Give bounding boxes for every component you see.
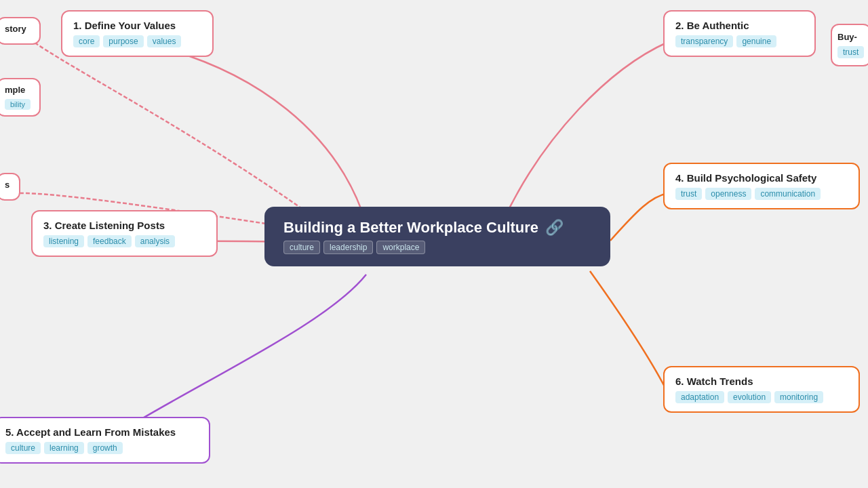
tag-culture2: culture [5,442,41,454]
node1-title: 1. Define Your Values [73,20,201,31]
tag-monitoring: monitoring [774,391,823,403]
tag-learning: learning [44,442,84,454]
node-example-partial: mple bility [0,78,41,117]
tag-trust2: trust [837,46,864,58]
tag-culture: culture [283,241,320,254]
node6-title: 6. Watch Trends [675,375,848,387]
node-psychological-safety[interactable]: 4. Build Psychological Safety trust open… [663,163,860,209]
tag-core: core [73,35,100,47]
node-learn-mistakes[interactable]: 5. Accept and Learn From Mistakes cultur… [0,417,210,464]
node6-tags: adaptation evolution monitoring [675,391,848,403]
tag-listening: listening [43,235,84,247]
buyin-tags: trust [837,46,865,58]
tag-values: values [147,35,182,47]
tag-genuine: genuine [736,35,776,47]
node-listening-posts[interactable]: 3. Create Listening Posts listening feed… [31,210,218,257]
node3-tags: listening feedback analysis [43,235,205,247]
tag-analysis: analysis [135,235,175,247]
center-title-text: Building a Better Workplace Culture [283,219,538,237]
link-icon: 🔗 [545,219,564,237]
node-define-values[interactable]: 1. Define Your Values core purpose value… [61,10,214,57]
node-s-partial: s [0,173,20,201]
node-watch-trends[interactable]: 6. Watch Trends adaptation evolution mon… [663,366,860,413]
tag-trust: trust [675,188,702,200]
center-node-tags: culture leadership workplace [283,241,591,254]
node4-title: 4. Build Psychological Safety [675,172,848,184]
node2-tags: transparency genuine [675,35,804,47]
node1-tags: core purpose values [73,35,201,47]
node2-title: 2. Be Authentic [675,20,804,31]
node4-tags: trust openness communication [675,188,848,200]
tag-openness: openness [705,188,751,200]
center-node[interactable]: Building a Better Workplace Culture 🔗 cu… [264,207,610,266]
center-node-title: Building a Better Workplace Culture 🔗 [283,219,591,237]
tag-communication: communication [755,188,821,200]
tag-workplace: workplace [376,241,425,254]
node-buyin-partial[interactable]: Buy- trust [831,24,868,66]
buyin-title: Buy- [837,32,865,42]
tag-leadership: leadership [323,241,373,254]
tag-transparency: transparency [675,35,733,47]
node-story-partial: story [0,17,41,45]
node3-title: 3. Create Listening Posts [43,220,205,231]
node5-tags: culture learning growth [5,442,198,454]
node-be-authentic[interactable]: 2. Be Authentic transparency genuine [663,10,816,57]
tag-growth: growth [87,442,123,454]
tag-evolution: evolution [728,391,771,403]
tag-feedback: feedback [87,235,132,247]
tag-adaptation: adaptation [675,391,724,403]
tag-purpose: purpose [103,35,143,47]
node5-title: 5. Accept and Learn From Mistakes [5,426,198,438]
